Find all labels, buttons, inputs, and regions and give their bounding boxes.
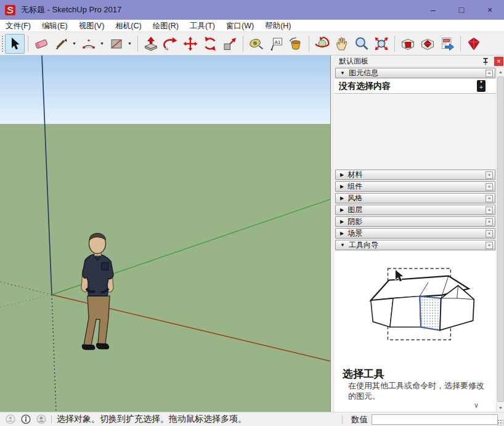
arc-tool-button[interactable]: [79, 34, 99, 54]
instructor-panel: 选择工具 在使用其他工具或命令时，选择要修改的图元。 ∨: [335, 251, 496, 412]
move-tool-button[interactable]: [181, 34, 200, 54]
instructor-scroll-chevron[interactable]: ∨: [474, 401, 479, 409]
toolbar: ▼ ▼ ▼: [0, 32, 504, 55]
instructor-body-text: 在使用其他工具或命令时，选择要修改的图元。: [348, 380, 489, 401]
rectangle-tool-dropdown[interactable]: ▼: [126, 41, 134, 46]
collapsed-arrow-icon: ▶: [340, 207, 344, 213]
follow-me-tool-button[interactable]: [161, 34, 181, 54]
measurement-input[interactable]: [372, 414, 498, 425]
scale-icon: [222, 36, 238, 52]
scenes-close-button[interactable]: ×: [486, 230, 493, 237]
line-tool-dropdown[interactable]: ▼: [71, 41, 79, 46]
orbit-tool-button[interactable]: [312, 34, 332, 54]
ruby-console-button[interactable]: [464, 34, 484, 54]
collapsed-arrow-icon: ▶: [340, 195, 344, 201]
send-to-layout-button[interactable]: [437, 34, 457, 54]
instructor-house-illustration: [362, 261, 479, 358]
panel-scrollbar[interactable]: ▲ ▼: [496, 68, 504, 412]
collapsed-arrow-icon: ▶: [340, 231, 344, 236]
geolocation-icon[interactable]: [6, 414, 15, 424]
instructor-close-button[interactable]: ×: [486, 242, 493, 249]
measurement-label: 数值: [351, 414, 368, 425]
push-pull-tool-button[interactable]: [141, 34, 161, 54]
components-close-button[interactable]: ×: [486, 183, 493, 190]
expanded-arrow-icon: ▼: [340, 242, 345, 248]
materials-close-button[interactable]: ×: [486, 171, 493, 179]
text-tool-button[interactable]: A1: [266, 34, 286, 54]
move-icon: [182, 36, 198, 52]
arc-tool-dropdown[interactable]: ▼: [99, 41, 107, 46]
instructor-heading: 选择工具: [343, 367, 384, 381]
rotate-tool-button[interactable]: [200, 34, 220, 54]
select-tool-button[interactable]: [5, 34, 25, 54]
orbit-icon: [314, 36, 330, 52]
menu-help[interactable]: 帮助(H): [259, 20, 296, 32]
send-to-layout-icon: [439, 36, 455, 52]
rectangle-icon: [108, 36, 124, 52]
section-shadows[interactable]: ▶ 阴影 ×: [335, 216, 495, 227]
eraser-tool-button[interactable]: [31, 34, 51, 54]
pan-hand-icon: [334, 36, 350, 52]
menu-window[interactable]: 窗口(W): [221, 20, 259, 32]
menu-view[interactable]: 视图(V): [73, 20, 110, 32]
section-materials[interactable]: ▶ 材料 ×: [335, 170, 495, 180]
menu-file[interactable]: 文件(F): [0, 20, 36, 32]
scroll-up-arrow-icon[interactable]: ▲: [497, 68, 504, 76]
zoom-icon: [354, 36, 370, 52]
rectangle-tool-button[interactable]: [107, 34, 126, 54]
menu-tools[interactable]: 工具(T): [184, 20, 221, 32]
title-bar: 无标题 - SketchUp Pro 2017 – □ ×: [0, 0, 504, 20]
tray-title: 默认面板: [339, 56, 368, 67]
sign-in-user-icon[interactable]: [36, 414, 46, 424]
credit-info-icon[interactable]: [21, 414, 31, 424]
line-tool-button[interactable]: [51, 34, 71, 54]
default-tray-panel: 默认面板 × ▼ 图元信息 × 没有选择内容 ▼ + ▶ 材料: [335, 55, 504, 412]
scale-tool-button[interactable]: [220, 34, 240, 54]
section-entity-info[interactable]: ▼ 图元信息 ×: [335, 68, 495, 78]
layers-close-button[interactable]: ×: [486, 207, 493, 214]
entity-info-close-button[interactable]: ×: [486, 70, 493, 77]
extension-warehouse-button[interactable]: [418, 34, 437, 54]
collapsed-arrow-icon: ▶: [340, 172, 344, 178]
extension-warehouse-icon: [420, 36, 436, 52]
close-button[interactable]: ×: [476, 0, 504, 20]
section-layers[interactable]: ▶ 图层 ×: [335, 205, 495, 215]
ruby-icon: [466, 36, 482, 52]
entity-info-body: 没有选择内容 ▼ +: [335, 79, 496, 94]
scale-figure-person: [69, 232, 124, 355]
pin-icon[interactable]: [482, 57, 489, 65]
resize-grip[interactable]: [497, 419, 503, 425]
tape-measure-tool-button[interactable]: [246, 34, 266, 54]
no-selection-text: 没有选择内容: [339, 81, 391, 92]
paint-bucket-tool-button[interactable]: [286, 34, 306, 54]
menu-camera[interactable]: 相机(C): [110, 20, 147, 32]
shadows-close-button[interactable]: ×: [486, 218, 493, 226]
section-scenes[interactable]: ▶ 场景 ×: [335, 228, 495, 239]
section-styles[interactable]: ▶ 风格 ×: [335, 193, 495, 203]
tray-close-button[interactable]: ×: [494, 57, 503, 66]
section-components[interactable]: ▶ 组件 ×: [335, 181, 495, 192]
styles-close-button[interactable]: ×: [486, 195, 493, 202]
3d-warehouse-icon: [400, 36, 416, 52]
minimize-button[interactable]: –: [419, 0, 447, 20]
status-bar: 选择对象。切换到扩充选择。拖动鼠标选择多项。 数值: [0, 412, 504, 426]
maximize-button[interactable]: □: [447, 0, 476, 20]
pan-tool-button[interactable]: [332, 34, 352, 54]
scrollbar-thumb[interactable]: [497, 76, 504, 402]
menu-edit[interactable]: 编辑(E): [36, 20, 73, 32]
entity-detail-toggle[interactable]: ▼ +: [477, 80, 486, 92]
modeling-viewport[interactable]: [0, 55, 331, 412]
zoom-tool-button[interactable]: [352, 34, 372, 54]
toolbar-grip[interactable]: [1, 35, 4, 52]
status-hint-text: 选择对象。切换到扩充选择。拖动鼠标选择多项。: [57, 414, 246, 425]
scroll-down-arrow-icon[interactable]: ▼: [497, 404, 504, 412]
zoom-extents-tool-button[interactable]: [372, 34, 391, 54]
section-instructor[interactable]: ▼ 工具向导 ×: [335, 240, 495, 250]
pencil-icon: [53, 36, 69, 52]
window-title: 无标题 - SketchUp Pro 2017: [21, 4, 121, 15]
menu-bar: 文件(F) 编辑(E) 视图(V) 相机(C) 绘图(R) 工具(T) 窗口(W…: [0, 20, 504, 32]
3d-warehouse-button[interactable]: [398, 34, 418, 54]
menu-draw[interactable]: 绘图(R): [147, 20, 184, 32]
collapsed-arrow-icon: ▶: [340, 184, 344, 189]
tray-header[interactable]: 默认面板 ×: [335, 55, 504, 67]
